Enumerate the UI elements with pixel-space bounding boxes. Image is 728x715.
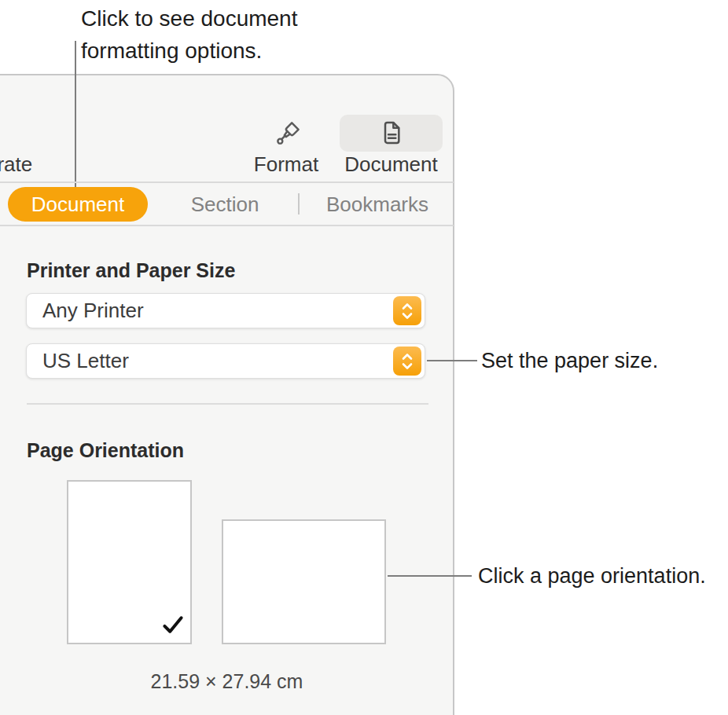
callout-line-paper-size bbox=[427, 360, 477, 361]
tab-document[interactable]: Document bbox=[8, 187, 148, 222]
callout-line-orientation bbox=[388, 575, 472, 577]
section-divider bbox=[27, 403, 428, 405]
toolbar-format-label: Format bbox=[251, 152, 322, 177]
tab-section[interactable]: Section bbox=[171, 187, 278, 222]
chevron-up-down-icon[interactable] bbox=[393, 346, 421, 376]
tabbar-bottom-border bbox=[0, 225, 454, 226]
paper-size-dropdown[interactable]: US Letter bbox=[26, 343, 425, 379]
printer-section-title: Printer and Paper Size bbox=[27, 259, 235, 282]
callout-formatting-line2: formatting options. bbox=[81, 35, 340, 67]
tab-document-label: Document bbox=[31, 192, 125, 217]
tab-bookmarks-label: Bookmarks bbox=[326, 192, 428, 217]
toolbar-collaborate-button-partial[interactable]: orate bbox=[0, 152, 49, 177]
toolbar-document-button[interactable] bbox=[340, 115, 443, 152]
callout-paper-size: Set the paper size. bbox=[481, 349, 658, 372]
tab-bookmarks[interactable]: Bookmarks bbox=[316, 187, 439, 222]
callout-formatting-line1: Click to see document bbox=[81, 2, 340, 35]
callout-line-vertical bbox=[75, 41, 76, 187]
callout-formatting-options: Click to see document formatting options… bbox=[81, 2, 340, 67]
chevron-up-down-icon[interactable] bbox=[393, 296, 421, 325]
orientation-portrait-option[interactable] bbox=[67, 480, 192, 644]
orientation-landscape-option[interactable] bbox=[222, 519, 386, 644]
paper-size-dropdown-value: US Letter bbox=[42, 349, 393, 373]
checkmark-icon bbox=[161, 613, 185, 640]
paintbrush-icon bbox=[270, 118, 303, 151]
document-icon bbox=[375, 117, 406, 148]
printer-dropdown[interactable]: Any Printer bbox=[26, 293, 425, 328]
callout-orientation: Click a page orientation. bbox=[478, 564, 706, 588]
tab-section-label: Section bbox=[191, 192, 259, 217]
toolbar-document-label: Document bbox=[340, 152, 443, 177]
paper-dimensions-label: 21.59 × 27.94 cm bbox=[67, 670, 387, 693]
orientation-section-title: Page Orientation bbox=[27, 439, 184, 462]
tab-divider bbox=[298, 193, 300, 214]
tabbar-top-border bbox=[0, 182, 454, 183]
toolbar-format-button[interactable]: Format bbox=[255, 116, 318, 173]
printer-dropdown-value: Any Printer bbox=[42, 299, 393, 323]
